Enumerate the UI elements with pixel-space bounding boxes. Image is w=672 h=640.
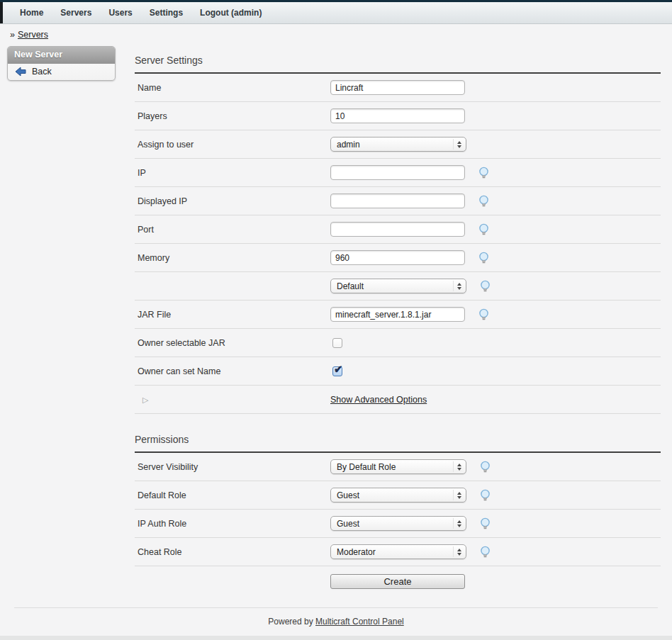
cheat-role-select[interactable]: Moderator (330, 544, 466, 559)
help-bulb-icon[interactable] (479, 517, 491, 530)
field-label-port: Port (135, 225, 330, 235)
form-row-cheat-role: Cheat Role Moderator (135, 538, 661, 566)
nav-item-logout[interactable]: Logout (admin) (200, 8, 262, 18)
form-row-jar-file: JAR File (135, 301, 661, 329)
help-bulb-icon[interactable] (478, 252, 490, 264)
assign-user-selected-value: admin (337, 140, 453, 150)
ip-auth-role-selected-value: Guest (337, 519, 453, 529)
help-bulb-icon[interactable] (479, 489, 491, 502)
form-row-owner-can-set-name: Owner can set Name (135, 357, 661, 386)
advanced-options-collapse: ▷ (135, 395, 330, 405)
main-nav: Home Servers Users Settings Logout (admi… (0, 2, 672, 24)
create-button[interactable]: Create (330, 574, 465, 589)
section-title-server-settings: Server Settings (135, 55, 661, 74)
form-row-owner-selectable-jar: Owner selectable JAR (135, 329, 661, 357)
field-label-cheat-role: Cheat Role (135, 547, 330, 557)
field-label-ip: IP (135, 168, 330, 178)
select-updown-arrows-icon (453, 490, 466, 500)
form-row-assign-user: Assign to user admin (135, 130, 661, 159)
server-visibility-selected-value: By Default Role (337, 462, 453, 472)
help-bulb-icon[interactable] (478, 195, 490, 208)
form-row-displayed-ip: Displayed IP (135, 187, 661, 215)
field-label-assign-user: Assign to user (135, 140, 330, 150)
select-updown-arrows-icon (453, 518, 466, 529)
ip-input[interactable] (330, 165, 465, 180)
footer-text: Powered by (268, 617, 313, 627)
nav-item-settings[interactable]: Settings (150, 8, 183, 18)
sidebar-panel: New Server Back (7, 46, 116, 81)
form-area: Server Settings Name Players Assign to u… (135, 24, 661, 596)
form-row-players: Players (135, 102, 661, 130)
breadcrumb-separator: » (10, 30, 15, 40)
form-row-name: Name (135, 74, 661, 102)
field-label-players: Players (135, 111, 330, 121)
form-row-advanced-options: ▷ Show Advanced Options (135, 386, 661, 414)
help-bulb-icon[interactable] (479, 280, 491, 293)
help-bulb-icon[interactable] (478, 167, 490, 179)
back-arrow-icon (15, 67, 26, 77)
help-bulb-icon[interactable] (479, 461, 491, 473)
field-label-jar-file: JAR File (135, 310, 330, 320)
name-input[interactable] (330, 80, 465, 95)
field-label-owner-selectable-jar: Owner selectable JAR (135, 338, 330, 348)
form-row-ip: IP (135, 159, 661, 187)
field-label-name: Name (135, 83, 330, 93)
breadcrumb-link-servers[interactable]: Servers (18, 30, 48, 40)
form-row-server-visibility: Server Visibility By Default Role (135, 453, 661, 481)
page-footer: Powered by Multicraft Control Panel (14, 607, 658, 627)
form-row-submit: Create (135, 566, 661, 596)
field-label-owner-can-set-name: Owner can set Name (135, 366, 330, 376)
form-row-ip-auth-role: IP Auth Role Guest (135, 510, 661, 538)
default-role-select[interactable]: Guest (330, 488, 466, 503)
form-row-memory: Memory (135, 244, 661, 272)
select-updown-arrows-icon (453, 139, 466, 150)
back-button[interactable]: Back (8, 64, 115, 80)
sidebar-title: New Server (8, 47, 115, 64)
jar-file-input[interactable] (330, 307, 465, 322)
owner-can-set-name-checkbox[interactable] (332, 366, 342, 376)
default-selected-value: Default (337, 281, 453, 291)
help-bulb-icon[interactable] (478, 308, 490, 321)
field-label-default-role: Default Role (135, 490, 330, 500)
field-label-memory: Memory (135, 253, 330, 263)
window-bottom-edge (0, 636, 672, 640)
form-row-world-type: Default (135, 272, 661, 301)
select-updown-arrows-icon (453, 461, 466, 472)
select-updown-arrows-icon (453, 546, 466, 557)
select-updown-arrows-icon (453, 281, 466, 291)
footer-link-multicraft[interactable]: Multicraft Control Panel (315, 617, 404, 627)
field-label-ip-auth-role: IP Auth Role (135, 519, 330, 529)
default-select[interactable]: Default (330, 279, 466, 293)
form-row-default-role: Default Role Guest (135, 481, 661, 510)
nav-item-servers[interactable]: Servers (60, 8, 91, 18)
cheat-role-selected-value: Moderator (337, 547, 453, 557)
help-bulb-icon[interactable] (479, 546, 491, 558)
owner-selectable-jar-checkbox[interactable] (332, 338, 342, 348)
triangle-right-icon[interactable]: ▷ (138, 395, 148, 404)
form-row-port: Port (135, 215, 661, 244)
ip-auth-role-select[interactable]: Guest (330, 516, 466, 531)
field-label-displayed-ip: Displayed IP (135, 196, 330, 206)
server-visibility-select[interactable]: By Default Role (330, 459, 466, 474)
memory-input[interactable] (330, 250, 465, 265)
breadcrumb: »Servers (10, 30, 48, 40)
displayed-ip-input[interactable] (330, 193, 465, 208)
nav-item-users[interactable]: Users (108, 8, 132, 18)
default-role-selected-value: Guest (337, 490, 453, 500)
assign-user-select[interactable]: admin (330, 137, 466, 152)
back-button-label: Back (32, 67, 52, 77)
port-input[interactable] (330, 222, 465, 237)
players-input[interactable] (330, 108, 465, 123)
section-title-permissions: Permissions (135, 434, 661, 453)
field-label-server-visibility: Server Visibility (135, 462, 330, 472)
nav-item-home[interactable]: Home (20, 8, 43, 18)
help-bulb-icon[interactable] (478, 223, 490, 236)
show-advanced-options-link[interactable]: Show Advanced Options (330, 395, 427, 405)
